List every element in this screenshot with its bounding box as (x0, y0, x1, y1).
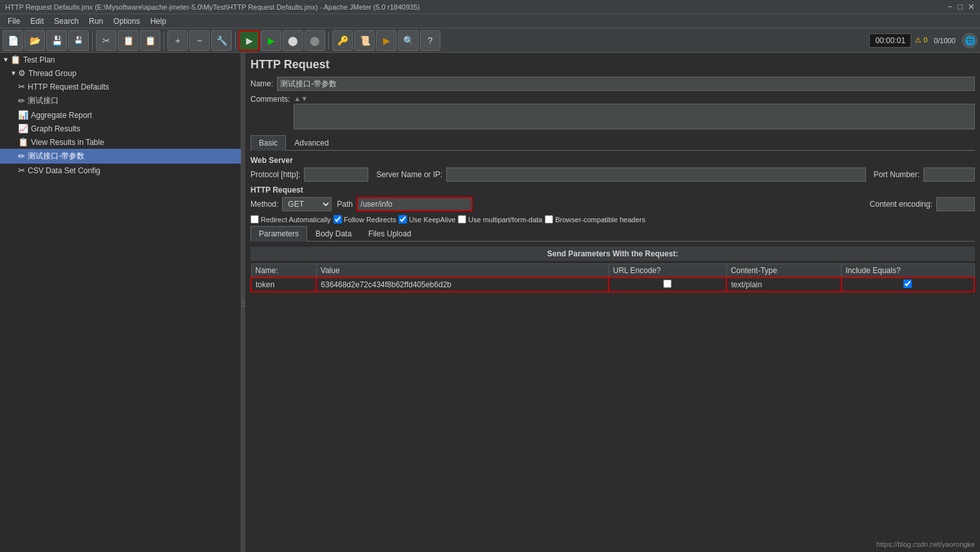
comments-label: Comments: (250, 95, 290, 104)
menu-search[interactable]: Search (49, 15, 84, 27)
param-content-type[interactable]: text/plain (726, 278, 841, 292)
sidebar-item-csv-data[interactable]: ✂ CSV Data Set Config (0, 164, 241, 177)
toggle-thread-group[interactable]: ▼ (10, 70, 17, 77)
param-url-encode[interactable] (608, 278, 726, 292)
sidebar-item-test-plan[interactable]: ▼ 📋 Test Plan (0, 53, 241, 66)
play-button[interactable]: ▶ (239, 30, 259, 51)
table-row[interactable]: token 636468d2e72c434f8b62ffd405eb6d2b t… (251, 278, 974, 292)
globe-icon[interactable]: 🌐 (962, 33, 977, 48)
server-label: Server Name or IP: (376, 170, 442, 179)
sidebar-label-http-defaults: HTTP Request Defaults (28, 82, 109, 91)
expand-arrows[interactable]: ▲▼ (294, 95, 975, 102)
follow-redirects-checkbox[interactable]: Follow Redirects (334, 215, 396, 224)
open-button[interactable]: 📂 (24, 30, 45, 51)
use-keepalive-checkbox[interactable]: Use KeepAlive (399, 215, 455, 224)
params-section: Send Parameters With the Request: Name: … (250, 247, 975, 292)
redirect-auto-checkbox[interactable]: Redirect Automatically (250, 215, 331, 224)
save-button[interactable]: 💾 (46, 30, 67, 51)
separator-2 (164, 32, 164, 50)
sidebar-item-test-interface-params[interactable]: ✏ 测试接口-带参数 (0, 149, 241, 164)
sidebar-item-view-results[interactable]: 📋 View Results in Table (0, 135, 241, 149)
key-button[interactable]: 🔑 (332, 30, 353, 51)
web-server-title: Web Server (250, 156, 975, 165)
path-label: Path (337, 200, 353, 209)
warning-area: ⚠ 0 (915, 36, 927, 44)
content-encoding-input[interactable] (936, 197, 975, 211)
use-multipart-input[interactable] (458, 215, 466, 224)
menu-file[interactable]: File (3, 15, 25, 27)
include-equals-checkbox[interactable] (903, 280, 912, 288)
sidebar-item-aggregate-report[interactable]: 📊 Aggregate Report (0, 108, 241, 122)
sidebar-item-graph-results[interactable]: 📈 Graph Results (0, 122, 241, 135)
path-input[interactable] (357, 197, 473, 211)
main-tab-bar: Basic Advanced (250, 135, 975, 151)
param-include-equals[interactable] (842, 278, 974, 292)
params-tab-bar: Parameters Body Data Files Upload (250, 226, 975, 242)
tab-files-upload[interactable]: Files Upload (360, 226, 420, 241)
method-select[interactable]: GET POST PUT DELETE PATCH (282, 197, 332, 211)
menu-options[interactable]: Options (108, 15, 145, 27)
use-multipart-checkbox[interactable]: Use multipart/form-data (458, 215, 542, 224)
server-input[interactable] (446, 167, 866, 182)
tab-advanced[interactable]: Advanced (286, 135, 337, 150)
menu-help[interactable]: Help (145, 15, 171, 27)
redirect-auto-input[interactable] (250, 215, 259, 224)
help-btn[interactable]: ? (420, 30, 440, 51)
sidebar-label-test-interface-params: 测试接口-带参数 (28, 151, 84, 162)
copy-button[interactable]: 📋 (118, 30, 138, 51)
remove-button[interactable]: − (189, 30, 210, 51)
cut-button[interactable]: ✂ (96, 30, 117, 51)
close-button[interactable]: ✕ (968, 2, 975, 12)
url-encode-checkbox[interactable] (663, 280, 672, 288)
name-row: Name: (250, 77, 975, 91)
title-bar-text: HTTP Request Defaults.jmx (E:\Mysoftware… (5, 3, 420, 11)
http-options-row: Redirect Automatically Follow Redirects … (250, 215, 975, 224)
run-remote-button[interactable]: ▶ (376, 30, 397, 51)
name-input[interactable] (277, 77, 975, 91)
param-name[interactable]: token (251, 278, 316, 292)
sidebar-label-csv-data: CSV Data Set Config (28, 166, 100, 175)
toggle-test-plan[interactable]: ▼ (3, 56, 9, 63)
tab-parameters[interactable]: Parameters (250, 226, 307, 242)
csv-icon: ✂ (18, 166, 25, 175)
save-as-button[interactable]: 💾 (68, 30, 89, 51)
col-content-type: Content-Type (726, 264, 841, 278)
tab-basic[interactable]: Basic (250, 135, 286, 151)
new-button[interactable]: 📄 (3, 30, 23, 51)
tab-body-data[interactable]: Body Data (307, 226, 360, 241)
protocol-input[interactable] (304, 167, 368, 182)
test-plan-icon: 📋 (10, 55, 21, 64)
browser-headers-input[interactable] (545, 215, 553, 224)
clear-button[interactable]: 🔧 (211, 30, 232, 51)
minimize-button[interactable]: − (948, 2, 953, 12)
menu-run[interactable]: Run (84, 15, 108, 27)
use-keepalive-input[interactable] (399, 215, 407, 224)
param-value[interactable]: 636468d2e72c434f8b62ffd405eb6d2b (316, 278, 608, 292)
stop-button[interactable]: ⬤ (283, 30, 303, 51)
script-button[interactable]: 📜 (354, 30, 375, 51)
sidebar-label-aggregate-report: Aggregate Report (31, 111, 92, 120)
thread-group-icon: ⚙ (18, 68, 26, 78)
separator-1 (92, 32, 93, 50)
title-bar-controls: − □ ✕ (948, 2, 975, 12)
paste-button[interactable]: 📋 (140, 30, 160, 51)
web-server-row: Protocol [http]: Server Name or IP: Port… (250, 167, 975, 182)
menu-edit[interactable]: Edit (25, 15, 49, 27)
col-value: Value (316, 264, 608, 278)
test-interface-params-icon: ✏ (18, 151, 25, 161)
use-multipart-label: Use multipart/form-data (468, 216, 542, 224)
follow-redirects-input[interactable] (334, 215, 342, 224)
port-input[interactable] (923, 167, 975, 182)
aggregate-icon: 📊 (18, 110, 28, 120)
separator-4 (328, 32, 329, 50)
browser-headers-checkbox[interactable]: Browser-compatible headers (545, 215, 645, 224)
add-button[interactable]: + (167, 30, 188, 51)
comments-input[interactable] (294, 104, 975, 129)
zoom-button[interactable]: 🔍 (398, 30, 419, 51)
sidebar-item-thread-group[interactable]: ▼ ⚙ Thread Group (0, 66, 241, 80)
sidebar-item-http-defaults[interactable]: ✂ HTTP Request Defaults (0, 80, 241, 93)
sidebar-item-test-interface[interactable]: ✏ 测试接口 (0, 93, 241, 108)
maximize-button[interactable]: □ (957, 2, 963, 12)
play-check-button[interactable]: ▶ (261, 30, 281, 51)
stop-now-button[interactable]: ⬤ (305, 30, 325, 51)
